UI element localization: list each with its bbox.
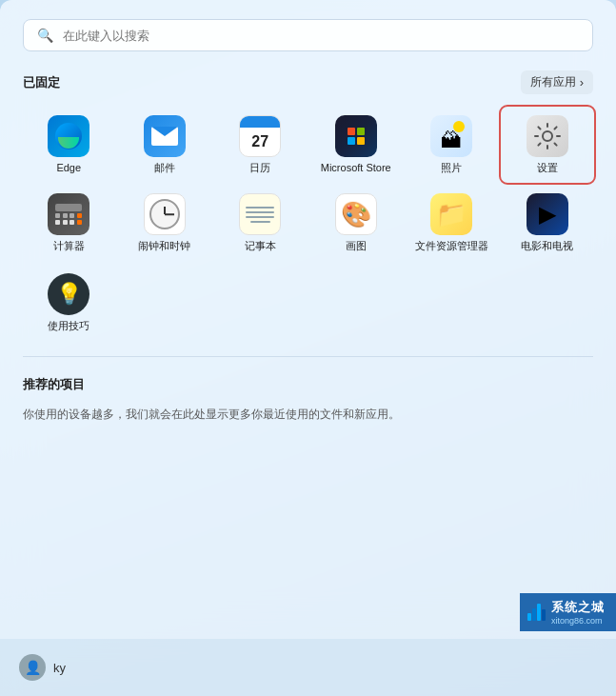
paint-icon: 🎨: [335, 193, 377, 235]
note-line-3: [246, 216, 274, 218]
cal-day: 27: [240, 128, 280, 156]
mail-icon: [144, 115, 186, 157]
start-menu: 🔍 已固定 所有应用 › Edge 邮件 27 日历: [0, 0, 616, 639]
app-tips[interactable]: 💡 使用技巧: [23, 266, 115, 340]
user-name: ky: [53, 661, 66, 675]
app-settings[interactable]: 设置: [502, 108, 594, 182]
tips-row: 💡 使用技巧: [23, 266, 593, 340]
svg-point-0: [543, 131, 552, 141]
app-calendar-label: 日历: [249, 162, 270, 174]
pinned-apps-grid: Edge 邮件 27 日历: [23, 108, 593, 260]
search-bar[interactable]: 🔍: [23, 19, 593, 51]
user-avatar: 👤: [19, 654, 46, 681]
taskbar: 👤 ky: [0, 639, 616, 696]
wm-bar-1: [527, 613, 531, 621]
app-store-label: Microsoft Store: [321, 162, 391, 174]
wm-bar-4: [542, 609, 546, 621]
photos-icon: [430, 115, 472, 157]
app-edge-label: Edge: [56, 162, 81, 174]
watermark-brand: 系统之城: [551, 599, 605, 616]
clock-icon: [144, 193, 186, 235]
search-input[interactable]: [63, 29, 579, 43]
watermark: 系统之城 xitong86.com: [520, 593, 616, 631]
app-explorer-label: 文件资源管理器: [415, 240, 488, 252]
app-settings-label: 设置: [537, 162, 558, 174]
app-calculator-label: 计算器: [53, 240, 85, 252]
app-paint-label: 画图: [346, 240, 367, 252]
pinned-title: 已固定: [23, 74, 60, 91]
notepad-icon: [239, 193, 281, 235]
explorer-icon: 📁: [430, 193, 472, 235]
calculator-icon: [48, 193, 89, 235]
clock-hand-minute: [165, 213, 174, 215]
app-notepad[interactable]: 记事本: [214, 186, 307, 260]
divider: [23, 356, 593, 357]
app-tips-label: 使用技巧: [48, 320, 89, 332]
app-notepad-label: 记事本: [245, 240, 276, 252]
app-calculator[interactable]: 计算器: [23, 186, 115, 260]
watermark-url: xitong86.com: [551, 616, 605, 626]
watermark-text: 系统之城 xitong86.com: [551, 599, 605, 626]
app-calendar[interactable]: 27 日历: [214, 108, 307, 182]
app-movies[interactable]: ▶ 电影和电视: [502, 186, 594, 260]
note-line-2: [246, 211, 274, 213]
calendar-icon: 27: [239, 115, 281, 157]
edge-icon: [48, 115, 89, 157]
user-area[interactable]: 👤 ky: [19, 654, 66, 681]
all-apps-label: 所有应用: [530, 74, 576, 90]
chevron-icon: ›: [580, 75, 584, 89]
mail-envelope: [151, 127, 178, 146]
store-grid: [348, 128, 365, 145]
app-photos[interactable]: 照片: [406, 108, 498, 182]
app-mail-label: 邮件: [154, 162, 175, 174]
clock-face: [149, 199, 180, 229]
tips-icon: 💡: [48, 273, 89, 315]
app-mail[interactable]: 邮件: [119, 108, 211, 182]
recommended-description: 你使用的设备越多，我们就会在此处显示更多你最近使用的文件和新应用。: [23, 407, 593, 423]
all-apps-button[interactable]: 所有应用 ›: [521, 70, 593, 94]
app-edge[interactable]: Edge: [23, 108, 115, 182]
cal-header: [240, 116, 280, 128]
app-store[interactable]: Microsoft Store: [310, 108, 403, 182]
settings-icon: [527, 115, 568, 157]
app-paint[interactable]: 🎨 画图: [310, 186, 403, 260]
app-movies-label: 电影和电视: [521, 240, 573, 252]
app-explorer[interactable]: 📁 文件资源管理器: [406, 186, 498, 260]
recommended-title: 推荐的项目: [23, 376, 85, 393]
app-clock[interactable]: 闹钟和时钟: [119, 186, 211, 260]
note-line-4: [250, 221, 270, 223]
wm-bar-3: [537, 604, 541, 621]
movies-icon: ▶: [527, 193, 568, 235]
recommended-section: 推荐的项目 你使用的设备越多，我们就会在此处显示更多你最近使用的文件和新应用。: [23, 376, 593, 423]
app-photos-label: 照片: [441, 162, 462, 174]
app-clock-label: 闹钟和时钟: [138, 240, 190, 252]
note-line-1: [246, 207, 274, 209]
user-avatar-icon: 👤: [25, 660, 41, 675]
pinned-section-header: 已固定 所有应用 ›: [23, 70, 593, 94]
watermark-logo: [527, 604, 546, 621]
recommended-header: 推荐的项目: [23, 376, 593, 393]
wm-bar-2: [532, 608, 536, 621]
search-icon: 🔍: [37, 28, 53, 43]
store-icon: [335, 115, 377, 157]
